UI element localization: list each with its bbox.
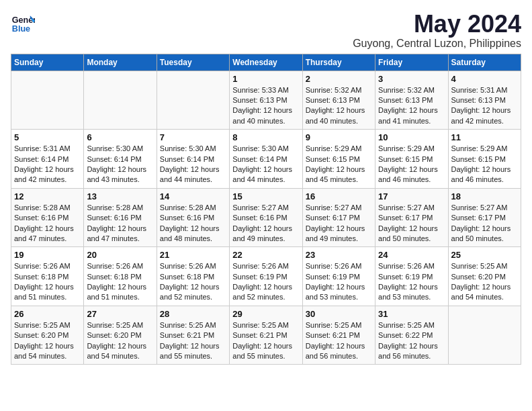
day-info: Sunrise: 5:25 AM Sunset: 6:20 PM Dayligh…: [87, 320, 153, 362]
calendar-body: 1Sunrise: 5:33 AM Sunset: 6:13 PM Daylig…: [11, 71, 521, 365]
day-info: Sunrise: 5:29 AM Sunset: 6:15 PM Dayligh…: [378, 144, 445, 185]
calendar-day-cell: 14Sunrise: 5:28 AM Sunset: 6:16 PM Dayli…: [157, 188, 229, 247]
weekday-header-cell: Friday: [375, 54, 448, 71]
title-block: May 2024 Guyong, Central Luzon, Philippi…: [353, 11, 521, 50]
day-info: Sunrise: 5:27 AM Sunset: 6:17 PM Dayligh…: [378, 203, 445, 244]
day-info: Sunrise: 5:28 AM Sunset: 6:16 PM Dayligh…: [87, 203, 153, 244]
calendar-day-cell: 23Sunrise: 5:26 AM Sunset: 6:19 PM Dayli…: [302, 247, 375, 306]
day-info: Sunrise: 5:32 AM Sunset: 6:13 PM Dayligh…: [378, 85, 445, 127]
day-number: 16: [306, 191, 372, 201]
calendar-table: SundayMondayTuesdayWednesdayThursdayFrid…: [11, 54, 521, 365]
day-number: 13: [87, 191, 153, 201]
day-number: 28: [160, 309, 226, 319]
day-info: Sunrise: 5:27 AM Sunset: 6:17 PM Dayligh…: [451, 203, 518, 244]
day-info: Sunrise: 5:28 AM Sunset: 6:16 PM Dayligh…: [14, 203, 81, 244]
day-info: Sunrise: 5:26 AM Sunset: 6:19 PM Dayligh…: [378, 261, 445, 303]
day-number: 15: [232, 191, 299, 201]
calendar-day-cell: 7Sunrise: 5:30 AM Sunset: 6:14 PM Daylig…: [157, 130, 229, 189]
day-info: Sunrise: 5:32 AM Sunset: 6:13 PM Dayligh…: [306, 85, 372, 127]
day-info: Sunrise: 5:26 AM Sunset: 6:18 PM Dayligh…: [87, 261, 153, 303]
calendar-day-cell: 22Sunrise: 5:26 AM Sunset: 6:19 PM Dayli…: [230, 247, 302, 306]
calendar-week-row: 26Sunrise: 5:25 AM Sunset: 6:20 PM Dayli…: [11, 306, 521, 365]
day-number: 12: [14, 191, 81, 201]
logo: General Blue: [11, 11, 35, 35]
calendar-day-cell: [157, 71, 229, 130]
calendar-day-cell: 1Sunrise: 5:33 AM Sunset: 6:13 PM Daylig…: [230, 71, 302, 130]
day-info: Sunrise: 5:25 AM Sunset: 6:21 PM Dayligh…: [306, 320, 372, 362]
calendar-week-row: 19Sunrise: 5:26 AM Sunset: 6:18 PM Dayli…: [11, 247, 521, 306]
calendar-day-cell: [11, 71, 84, 130]
day-info: Sunrise: 5:29 AM Sunset: 6:15 PM Dayligh…: [306, 144, 372, 185]
day-number: 14: [160, 191, 226, 201]
day-number: 17: [378, 191, 445, 201]
day-number: 20: [87, 250, 153, 260]
day-number: 11: [451, 132, 518, 142]
day-info: Sunrise: 5:33 AM Sunset: 6:13 PM Dayligh…: [232, 85, 299, 127]
day-number: 18: [451, 191, 518, 201]
calendar-day-cell: 10Sunrise: 5:29 AM Sunset: 6:15 PM Dayli…: [375, 130, 448, 189]
day-info: Sunrise: 5:30 AM Sunset: 6:14 PM Dayligh…: [232, 144, 299, 185]
weekday-header-cell: Tuesday: [157, 54, 229, 71]
day-number: 2: [306, 74, 372, 84]
day-number: 30: [306, 309, 372, 319]
day-number: 6: [87, 132, 153, 142]
weekday-header-cell: Monday: [84, 54, 157, 71]
day-number: 1: [232, 74, 299, 84]
day-number: 26: [14, 309, 81, 319]
day-number: 21: [160, 250, 226, 260]
calendar-day-cell: 16Sunrise: 5:27 AM Sunset: 6:17 PM Dayli…: [302, 188, 375, 247]
weekday-header-cell: Saturday: [448, 54, 521, 71]
day-info: Sunrise: 5:27 AM Sunset: 6:16 PM Dayligh…: [232, 203, 299, 244]
day-number: 7: [160, 132, 226, 142]
calendar-week-row: 1Sunrise: 5:33 AM Sunset: 6:13 PM Daylig…: [11, 71, 521, 130]
day-info: Sunrise: 5:26 AM Sunset: 6:18 PM Dayligh…: [160, 261, 226, 303]
calendar-day-cell: 2Sunrise: 5:32 AM Sunset: 6:13 PM Daylig…: [302, 71, 375, 130]
calendar-week-row: 5Sunrise: 5:31 AM Sunset: 6:14 PM Daylig…: [11, 130, 521, 189]
calendar-day-cell: 29Sunrise: 5:25 AM Sunset: 6:21 PM Dayli…: [230, 306, 302, 365]
day-info: Sunrise: 5:31 AM Sunset: 6:13 PM Dayligh…: [451, 85, 518, 127]
month-title: May 2024: [353, 11, 521, 38]
day-number: 8: [232, 132, 299, 142]
calendar-day-cell: 18Sunrise: 5:27 AM Sunset: 6:17 PM Dayli…: [448, 188, 521, 247]
day-number: 4: [451, 74, 518, 84]
day-number: 29: [232, 309, 299, 319]
day-info: Sunrise: 5:29 AM Sunset: 6:15 PM Dayligh…: [451, 144, 518, 185]
calendar-day-cell: 24Sunrise: 5:26 AM Sunset: 6:19 PM Dayli…: [375, 247, 448, 306]
calendar-day-cell: 30Sunrise: 5:25 AM Sunset: 6:21 PM Dayli…: [302, 306, 375, 365]
day-info: Sunrise: 5:27 AM Sunset: 6:17 PM Dayligh…: [306, 203, 372, 244]
calendar-day-cell: 21Sunrise: 5:26 AM Sunset: 6:18 PM Dayli…: [157, 247, 229, 306]
calendar-week-row: 12Sunrise: 5:28 AM Sunset: 6:16 PM Dayli…: [11, 188, 521, 247]
calendar-day-cell: 4Sunrise: 5:31 AM Sunset: 6:13 PM Daylig…: [448, 71, 521, 130]
day-info: Sunrise: 5:26 AM Sunset: 6:19 PM Dayligh…: [306, 261, 372, 303]
calendar-day-cell: 13Sunrise: 5:28 AM Sunset: 6:16 PM Dayli…: [84, 188, 157, 247]
day-number: 25: [451, 250, 518, 260]
day-number: 19: [14, 250, 81, 260]
day-number: 3: [378, 74, 445, 84]
page-header: General Blue May 2024 Guyong, Central Lu…: [11, 11, 521, 50]
weekday-header-cell: Thursday: [302, 54, 375, 71]
calendar-day-cell: 17Sunrise: 5:27 AM Sunset: 6:17 PM Dayli…: [375, 188, 448, 247]
logo-icon: General Blue: [11, 11, 35, 35]
day-info: Sunrise: 5:30 AM Sunset: 6:14 PM Dayligh…: [87, 144, 153, 185]
calendar-day-cell: 31Sunrise: 5:25 AM Sunset: 6:22 PM Dayli…: [375, 306, 448, 365]
day-info: Sunrise: 5:31 AM Sunset: 6:14 PM Dayligh…: [14, 144, 81, 185]
calendar-day-cell: [84, 71, 157, 130]
location-title: Guyong, Central Luzon, Philippines: [353, 38, 521, 50]
calendar-day-cell: 9Sunrise: 5:29 AM Sunset: 6:15 PM Daylig…: [302, 130, 375, 189]
day-info: Sunrise: 5:28 AM Sunset: 6:16 PM Dayligh…: [160, 203, 226, 244]
weekday-header-cell: Wednesday: [230, 54, 302, 71]
day-number: 27: [87, 309, 153, 319]
calendar-day-cell: 12Sunrise: 5:28 AM Sunset: 6:16 PM Dayli…: [11, 188, 84, 247]
weekday-header-row: SundayMondayTuesdayWednesdayThursdayFrid…: [11, 54, 521, 71]
day-info: Sunrise: 5:25 AM Sunset: 6:20 PM Dayligh…: [14, 320, 81, 362]
day-number: 10: [378, 132, 445, 142]
calendar-day-cell: 20Sunrise: 5:26 AM Sunset: 6:18 PM Dayli…: [84, 247, 157, 306]
day-number: 23: [306, 250, 372, 260]
calendar-day-cell: 19Sunrise: 5:26 AM Sunset: 6:18 PM Dayli…: [11, 247, 84, 306]
svg-text:Blue: Blue: [12, 24, 30, 34]
day-number: 22: [232, 250, 299, 260]
day-number: 5: [14, 132, 81, 142]
day-info: Sunrise: 5:25 AM Sunset: 6:22 PM Dayligh…: [378, 320, 445, 362]
calendar-day-cell: 25Sunrise: 5:25 AM Sunset: 6:20 PM Dayli…: [448, 247, 521, 306]
calendar-day-cell: 27Sunrise: 5:25 AM Sunset: 6:20 PM Dayli…: [84, 306, 157, 365]
